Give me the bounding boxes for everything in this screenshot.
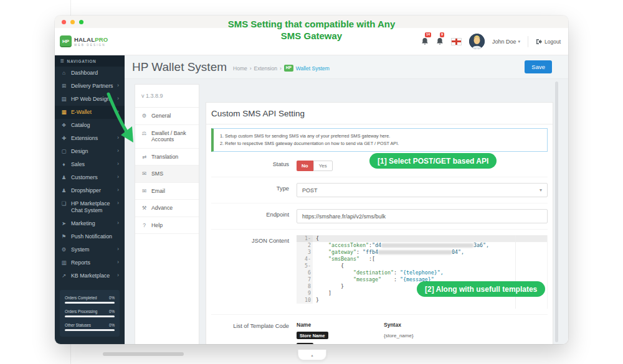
code-token: 3a6", [473,242,489,248]
sidebar-item-push-notification[interactable]: ⚑Push Notification [55,230,125,243]
sidebar-item-hp-marketplace-chat-system[interactable]: ❏HP Marketplace Chat System› [55,197,125,217]
type-select[interactable]: POST ▾ [297,183,548,197]
breadcrumb-extension[interactable]: Extension [254,65,277,72]
type-value: POST [302,187,318,194]
sidebar-item-dropshipper[interactable]: ♟Dropshipper› [55,184,125,197]
breadcrumb-home[interactable]: Home [233,65,247,72]
type-row: Type POST ▾ [211,177,548,203]
logo-halal: HALAL [74,36,95,43]
sidebar-item-hp-web-design[interactable]: ▤HP Web Design› [55,93,125,106]
tab-ewallet-bank-accounts[interactable]: ⚖Ewallet / Bank Accounts [135,125,199,149]
code-token: "gateway" [328,249,356,255]
code-token: : [356,249,363,255]
vertical-scrollbar[interactable] [555,82,558,342]
logout-icon [536,39,542,45]
code-text: "gateway": "ffb404", [313,249,464,256]
line-number: 6 [297,269,313,276]
chevron-down-icon: ▾ [540,187,542,193]
version-label: v 1.3.8.9 [135,85,199,108]
brand-logo[interactable]: HP HALALPRO WEB DESIGN [55,35,125,47]
endpoint-row: Endpoint https://smshare.fr/api/v2/sms/b… [211,203,548,230]
avatar[interactable] [469,34,485,49]
sidebar-item-catalog[interactable]: ❖Catalog [55,119,125,132]
language-flag-icon[interactable] [451,38,462,45]
code-token [316,249,328,255]
tab-email[interactable]: ✉Email [135,183,199,200]
chevron-right-icon: › [117,187,119,193]
chevron-right-icon: › [117,200,119,206]
template-column-header: Name [297,322,384,328]
code-token: "ffb4 [363,249,378,255]
tab-general[interactable]: ⚙General [135,108,199,125]
notification-badge: 14 [425,32,431,37]
breadcrumb-current[interactable]: Wallet System [296,65,330,72]
sidebar-item-design[interactable]: ▢Design› [55,145,125,158]
code-line: 10} [297,297,547,304]
alerts-button[interactable]: 9 [436,35,444,48]
close-window-button[interactable] [62,20,66,24]
sidebar-item-label: Dashboard [71,70,98,77]
line-number: 5- [297,263,313,269]
sidebar-item-system[interactable]: ⚙System› [55,243,125,256]
stat-header: Orders Processing0% [65,309,115,314]
status-yes-toggle[interactable]: Yes [313,161,333,171]
dock-notch[interactable]: ▴ [298,350,326,360]
marketing-icon: ➤ [60,220,67,227]
tab-advance[interactable]: ⚒Advance [135,200,199,217]
stat-value: 0% [109,309,115,314]
code-token: "accessToken" [328,242,369,248]
sidebar-item-dashboard[interactable]: ⌂Dashboard [55,67,125,80]
sidebar-item-delivery-partners[interactable]: ⊞Delivery Partners› [55,80,125,93]
maximize-window-button[interactable] [79,20,83,24]
sidebar-item-sales[interactable]: ♦Sales› [55,158,125,171]
header-actions: 14 9 John Doe ▾ Logout [421,34,568,49]
json-code-editor[interactable]: 1-{2 "accessToken":"d43a6",3 "gateway": … [297,235,548,309]
tab-help[interactable]: ?Help [135,217,199,235]
code-token: : [381,276,400,282]
header-divider [528,36,528,47]
code-text: "accessToken":"d43a6", [313,242,489,249]
chevron-right-icon: › [117,109,119,114]
redacted-value [381,243,473,248]
tab-label: Translation [151,154,178,161]
hp-badge: HP [284,65,293,72]
sidebar-item-label: Push Notification [71,233,112,240]
user-menu[interactable]: John Doe ▾ [492,39,520,45]
sidebar-item-label: Delivery Partners [71,83,113,90]
code-text: ] [313,290,331,297]
sidebar-item-e-wallet[interactable]: ▦E-Wallet› [55,106,125,119]
sidebar-item-label: HP Marketplace Chat System [71,200,113,214]
tab-sms[interactable]: ✉SMS [135,166,199,183]
notifications-button[interactable]: 14 [421,35,429,48]
tab-label: Email [151,188,165,195]
sidebar-item-marketing[interactable]: ➤Marketing› [55,217,125,230]
sidebar-item-reports[interactable]: ▥Reports› [55,256,125,269]
page-header: HP Wallet System Home › Extension › HP W… [125,55,568,79]
status-no-toggle[interactable]: No [297,161,313,171]
settings-tabs: ⚙General⚖Ewallet / Bank Accounts⇄Transla… [135,108,199,234]
settings-nav: v 1.3.8.9 ⚙General⚖Ewallet / Bank Accoun… [135,84,199,344]
bell-icon [436,37,444,45]
sidebar-item-label: Marketing [71,220,95,227]
template-name-badge: Store Name [297,332,328,339]
translate-icon: ⇄ [141,154,148,160]
browser-window: SMS Setting that compatible with Any SMS… [55,16,568,344]
horizontal-scrollbar[interactable] [103,352,184,356]
endpoint-input[interactable]: https://smshare.fr/api/v2/sms/bulk [297,209,548,223]
sidebar-item-customers[interactable]: ♟Customers› [55,171,125,184]
code-token: } [316,283,344,289]
tab-translation[interactable]: ⇄Translation [135,149,199,166]
stat-orders-processing: Orders Processing0% [65,309,115,317]
sidebar-item-kb-marketplace[interactable]: ↗KB Marketplace› [55,269,125,282]
code-text: "destination": "{telephone}", [313,269,444,276]
code-token [316,242,328,248]
save-button[interactable]: Save [525,60,552,73]
panel-heading: Custom SMS API Setting [206,103,553,124]
sidebar-item-extensions[interactable]: ✚Extensions› [55,132,125,145]
logout-button[interactable]: Logout [536,39,561,45]
minimize-window-button[interactable] [70,20,75,24]
web-design-icon: ▤ [60,96,67,103]
chevron-right-icon: › [117,273,119,278]
catalog-icon: ❖ [60,122,67,129]
system-icon: ⚙ [60,246,67,253]
